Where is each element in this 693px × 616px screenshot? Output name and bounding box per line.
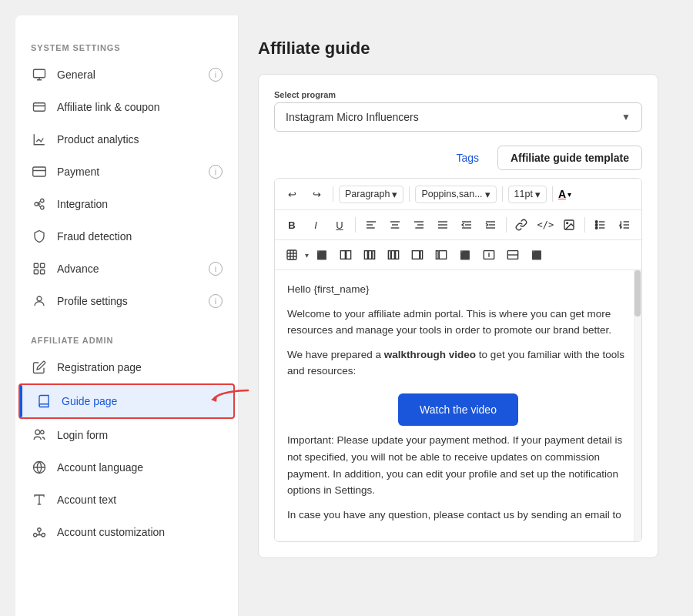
globe-icon [31,459,48,476]
sidebar-item-profile-settings[interactable]: Profile settings i [15,285,238,317]
bullet-list-button[interactable] [590,214,611,236]
svg-rect-58 [373,251,375,259]
toolbar-divider-4 [552,186,553,202]
col-left-button[interactable]: ⬛ [311,244,333,266]
toolbar-divider-1 [333,186,333,202]
sidebar-item-guide-page[interactable]: Guide page [18,383,235,419]
sidebar-item-affiliate-link[interactable]: Affiliate link & coupon [15,91,238,123]
watch-video-button[interactable]: Watch the video [398,393,518,426]
tab-tags[interactable]: Tags [444,146,491,169]
code-button[interactable]: </> [534,214,556,236]
editor-scrollbar-thumb[interactable] [634,270,641,316]
tab-affiliate-guide-template[interactable]: Affiliate guide template [497,146,642,170]
table-delete-row[interactable]: ⬛ [526,244,547,266]
sidebar-item-product-analytics[interactable]: Product analytics [15,123,238,156]
sidebar-item-payment[interactable]: Payment i [15,156,238,188]
book-icon [35,393,52,410]
font-color-wrapper: A ▾ [558,188,571,200]
indent-increase-button[interactable] [480,214,501,236]
table-add-row[interactable] [478,244,500,266]
indent-decrease-button[interactable] [456,214,477,236]
sidebar-item-integration[interactable]: Integration [15,188,238,220]
card-icon [31,163,48,180]
fraud-detection-label: Fraud detection [57,230,223,243]
svg-point-18 [34,534,38,537]
editor-para2-bold: walkthrough video [384,349,476,360]
svg-rect-9 [41,270,45,274]
editor-wrapper: ↩ ↪ Paragraph ▾ Poppins,san... ▾ 11pt [274,178,642,542]
sidebar-item-account-text[interactable]: Account text [15,484,238,516]
main-content: Affiliate guide Select program Instagram… [239,15,678,616]
font-select[interactable]: Poppins,san... ▾ [415,186,496,203]
italic-button[interactable]: I [305,214,326,236]
redo-button[interactable]: ↪ [306,183,327,205]
svg-rect-63 [420,251,423,259]
toolbar-divider-3 [502,186,503,202]
editor-scrollbar-track [634,270,641,541]
table-delete-col[interactable]: ⬛ [454,244,476,266]
align-right-button[interactable] [408,214,430,236]
align-left-button[interactable] [360,214,382,236]
underline-button[interactable]: U [329,214,350,236]
svg-rect-0 [34,69,45,78]
justify-button[interactable] [432,214,454,236]
svg-rect-65 [439,251,446,259]
svg-rect-56 [364,251,367,259]
account-language-label: Account language [57,461,223,474]
svg-rect-60 [391,251,394,259]
font-size-chevron: ▾ [535,189,541,200]
advance-info-badge: i [209,262,223,276]
select-program-wrapper: Select program Instagram Micro Influence… [274,90,642,132]
editor-para3: Important: Please update your payment me… [287,432,629,498]
sidebar-item-login-form[interactable]: Login form [15,419,238,451]
link-button[interactable] [511,214,532,236]
sidebar-item-general[interactable]: General i [15,59,238,91]
align-center-button[interactable] [384,214,406,236]
profile-info-badge: i [209,294,223,308]
guide-page-wrapper: Guide page [15,383,238,419]
svg-rect-59 [388,251,390,259]
table-split[interactable] [502,244,524,266]
text-icon [31,491,48,508]
table-layout-1[interactable] [335,244,357,266]
paragraph-select[interactable]: Paragraph ▾ [339,186,403,203]
bold-button[interactable]: B [281,214,303,236]
integration-label: Integration [57,198,223,210]
sidebar-item-registration-page[interactable]: Registration page [15,351,238,383]
sidebar-item-account-language[interactable]: Account language [15,451,238,484]
profile-settings-label: Profile settings [57,295,209,307]
customization-icon [31,524,48,541]
editor-para4: In case you have any question, please co… [287,507,629,524]
svg-point-39 [567,223,568,224]
monitor-icon [31,66,48,83]
svg-point-13 [41,430,45,434]
svg-point-10 [37,296,42,301]
font-label: Poppins,san... [421,189,482,199]
sidebar-item-fraud-detection[interactable]: Fraud detection [15,220,238,253]
table-button[interactable] [281,244,303,266]
editor-toolbar-row1: ↩ ↪ Paragraph ▾ Poppins,san... ▾ 11pt [275,179,641,210]
image-button[interactable] [558,214,580,236]
font-size-select[interactable]: 11pt ▾ [508,186,547,203]
svg-rect-1 [34,103,45,112]
table-layout-5[interactable] [430,244,452,266]
table-layout-2[interactable] [359,244,380,266]
integration-icon [31,196,48,213]
font-color-label: A [558,188,566,200]
svg-rect-2 [33,167,46,176]
undo-button[interactable]: ↩ [281,183,303,205]
table-layout-3[interactable] [383,244,404,266]
general-info-badge: i [209,68,223,82]
sidebar-item-account-customization[interactable]: Account customization [15,516,238,548]
sidebar-item-advance[interactable]: Advance i [15,253,238,285]
editor-content[interactable]: Hello {first_name} Welcome to your affil… [275,270,641,541]
editor-toolbar-row2: B I U [275,210,641,240]
svg-point-3 [35,203,38,206]
table-layout-4[interactable] [407,244,428,266]
svg-point-12 [35,430,40,434]
editor-para2-before: We have prepared a [287,349,384,360]
svg-point-17 [38,528,42,532]
editor-toolbar-row3: ▾ ⬛ ⬛ [275,240,641,270]
numbered-list-button[interactable] [614,214,635,236]
select-program-dropdown[interactable]: Instagram Micro Influencers ▼ [274,102,642,132]
